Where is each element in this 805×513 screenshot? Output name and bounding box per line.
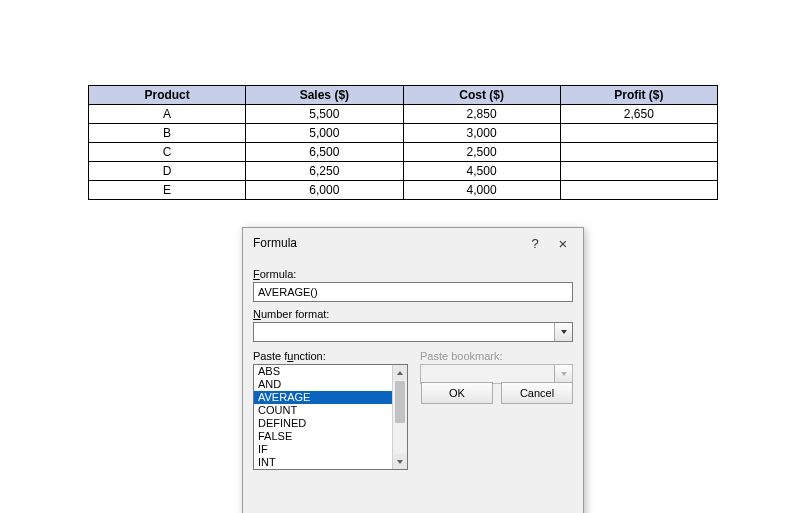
cell: E: [89, 181, 246, 200]
number-format-value: [254, 323, 554, 341]
scroll-up-icon[interactable]: [393, 365, 407, 380]
cell: 2,850: [403, 105, 560, 124]
formula-input[interactable]: [253, 282, 573, 302]
product-table: Product Sales ($) Cost ($) Profit ($) A …: [88, 85, 718, 200]
list-item[interactable]: COUNT: [254, 404, 392, 417]
cell: 3,000: [403, 124, 560, 143]
chevron-down-icon: [554, 365, 572, 383]
dialog-titlebar[interactable]: Formula ? ×: [243, 228, 583, 258]
col-header: Cost ($): [403, 86, 560, 105]
cell: 6,000: [246, 181, 403, 200]
function-dropdown-list: ABS AND AVERAGE COUNT DEFINED FALSE IF I…: [253, 364, 408, 470]
table-row: B 5,000 3,000: [89, 124, 718, 143]
cell: 6,250: [246, 162, 403, 181]
cell: A: [89, 105, 246, 124]
help-button[interactable]: ?: [521, 232, 549, 254]
number-format-label: Number format:: [253, 308, 573, 320]
close-button[interactable]: ×: [549, 232, 577, 254]
cell: 2,650: [560, 105, 717, 124]
col-header: Profit ($): [560, 86, 717, 105]
list-item[interactable]: IF: [254, 443, 392, 456]
list-item[interactable]: ABS: [254, 365, 392, 378]
paste-bookmark-label: Paste bookmark:: [420, 350, 573, 362]
col-header: Sales ($): [246, 86, 403, 105]
scroll-thumb[interactable]: [395, 381, 405, 423]
table-row: A 5,500 2,850 2,650: [89, 105, 718, 124]
cell: 5,000: [246, 124, 403, 143]
list-item[interactable]: FALSE: [254, 430, 392, 443]
cell: D: [89, 162, 246, 181]
cell: [560, 124, 717, 143]
table-header-row: Product Sales ($) Cost ($) Profit ($): [89, 86, 718, 105]
chevron-down-icon[interactable]: [554, 323, 572, 341]
scroll-down-icon[interactable]: [393, 454, 407, 469]
ok-button[interactable]: OK: [421, 382, 493, 404]
function-list[interactable]: ABS AND AVERAGE COUNT DEFINED FALSE IF I…: [254, 365, 392, 469]
paste-function-label: Paste function:: [253, 350, 408, 362]
cancel-button[interactable]: Cancel: [501, 382, 573, 404]
cell: 6,500: [246, 143, 403, 162]
list-item-selected[interactable]: AVERAGE: [254, 391, 392, 404]
number-format-combo[interactable]: [253, 322, 573, 342]
list-item[interactable]: DEFINED: [254, 417, 392, 430]
table-row: D 6,250 4,500: [89, 162, 718, 181]
list-item[interactable]: AND: [254, 378, 392, 391]
dialog-title: Formula: [253, 236, 521, 250]
cell: B: [89, 124, 246, 143]
col-header: Product: [89, 86, 246, 105]
cell: 5,500: [246, 105, 403, 124]
cell: 4,500: [403, 162, 560, 181]
cell: [560, 181, 717, 200]
dialog-body: Formula: Number format: Paste function: …: [243, 258, 583, 513]
cell: 2,500: [403, 143, 560, 162]
scrollbar[interactable]: [392, 365, 407, 469]
table-row: C 6,500 2,500: [89, 143, 718, 162]
cell: C: [89, 143, 246, 162]
paste-bookmark-value: [421, 365, 554, 383]
paste-bookmark-combo: [420, 364, 573, 384]
formula-label: Formula:: [253, 268, 573, 280]
cell: [560, 143, 717, 162]
list-item[interactable]: INT: [254, 456, 392, 469]
cell: [560, 162, 717, 181]
cell: 4,000: [403, 181, 560, 200]
formula-dialog: Formula ? × Formula: Number format: Past…: [242, 227, 584, 513]
table-row: E 6,000 4,000: [89, 181, 718, 200]
